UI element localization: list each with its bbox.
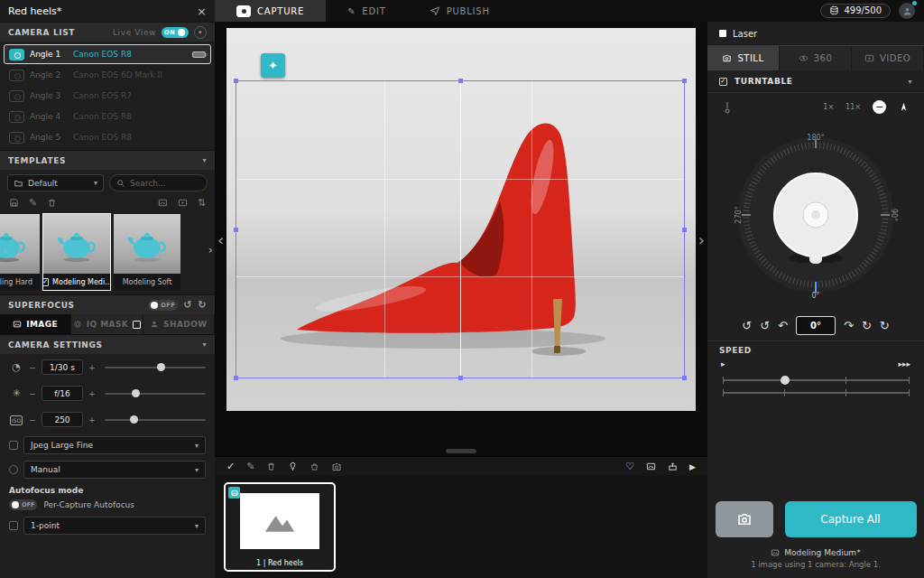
template-checkbox[interactable]: ✓ (43, 278, 49, 286)
angle-input[interactable]: 0° (796, 316, 836, 335)
crop-marquee[interactable] (236, 80, 685, 378)
camera-settings-header[interactable]: CAMERA SETTINGS ▾ (0, 334, 215, 354)
speed-slider[interactable] (723, 379, 909, 381)
sort-icon[interactable]: ⇅ (198, 197, 206, 209)
marquee-handle[interactable] (234, 376, 238, 380)
camera-row-angle-2[interactable]: Angle 2 Canon EOS 6D Mark II (4, 65, 211, 85)
acceleration-slider[interactable] (723, 392, 909, 394)
marquee-handle[interactable] (234, 228, 238, 232)
tab-video[interactable]: VIDEO (852, 46, 924, 70)
ai-enhance-badge[interactable]: ✦ (261, 53, 285, 78)
marquee-handle[interactable] (682, 79, 687, 83)
tab-360[interactable]: 360 (780, 46, 852, 70)
iso-decrease-button[interactable]: − (29, 415, 36, 424)
panel-drag-handle[interactable] (446, 449, 476, 453)
save-icon[interactable] (9, 198, 19, 208)
iso-value-field[interactable]: 250 (42, 412, 83, 427)
trash-icon[interactable] (266, 461, 276, 471)
shutter-decrease-button[interactable]: − (29, 363, 36, 372)
shutter-increase-button[interactable]: + (88, 363, 96, 372)
speed-slider-knob[interactable] (781, 376, 790, 385)
iso-slider[interactable] (105, 419, 206, 421)
play-icon[interactable]: ▶ (689, 462, 696, 471)
marquee-handle[interactable] (458, 79, 463, 83)
template-folder-select[interactable]: Default ▾ (7, 174, 104, 191)
template-search-input[interactable] (130, 179, 193, 188)
autofocus-toggle[interactable]: OFF (9, 499, 37, 510)
quality-select[interactable]: Jpeg Large Fine ▾ (23, 436, 206, 454)
capture-all-button[interactable]: Capture All (785, 501, 917, 537)
nudge-ccw-button[interactable]: ↶ (778, 319, 788, 332)
nudge-cw-button[interactable]: ↷ (844, 319, 854, 332)
play-slow-button[interactable]: ▸ (721, 359, 725, 368)
shutter-value-field[interactable]: 1/30 s (42, 359, 83, 375)
aperture-value-field[interactable]: f/16 (42, 386, 83, 401)
slider-knob[interactable] (130, 415, 138, 424)
trash-icon[interactable] (47, 198, 57, 208)
camera-row-angle-1[interactable]: Angle 1 Canon EOS R8 (4, 44, 211, 64)
close-project-button[interactable]: × (197, 5, 207, 18)
marquee-handle[interactable] (682, 228, 687, 232)
laser-pointer-icon[interactable] (722, 101, 733, 114)
template-modeling-medium[interactable]: ✓ Modeling Medi... (43, 214, 110, 290)
live-view-toggle[interactable]: ON (162, 27, 189, 38)
iq-mask-checkbox[interactable] (133, 321, 141, 329)
next-camera-arrow[interactable]: › (698, 230, 705, 249)
shutter-slider[interactable] (105, 367, 206, 368)
camera-icon[interactable] (331, 461, 342, 472)
multi-shot-icon[interactable]: 11× (845, 103, 861, 111)
play-fast-button[interactable]: ▸▸▸ (898, 359, 910, 368)
focus-points-select[interactable]: 1-point ▾ (23, 517, 206, 535)
turntable-checkbox[interactable]: ✓ (719, 78, 727, 86)
filmstrip-thumbnail-selected[interactable]: 1 | Red heels (224, 482, 336, 572)
collapse-camera-list-button[interactable]: ▾ (194, 26, 207, 39)
north-arrow-icon[interactable] (898, 101, 910, 113)
superfocus-toggle[interactable]: OFF (148, 300, 178, 311)
camera-row-angle-4[interactable]: Angle 4 Canon EOS R8 (4, 107, 211, 126)
tab-still[interactable]: STILL (707, 46, 780, 70)
marquee-handle[interactable] (458, 376, 463, 380)
rotate-to-start-button[interactable]: ↺ (742, 319, 752, 332)
marquee-handle[interactable] (234, 79, 238, 83)
image-icon[interactable] (158, 198, 168, 208)
avatar[interactable] (899, 3, 915, 19)
refresh-ccw-icon[interactable]: ↺ (183, 299, 192, 311)
carousel-next-button[interactable]: › (208, 243, 213, 256)
edit-image-icon[interactable]: ✎ (246, 461, 254, 472)
image-icon[interactable] (646, 461, 656, 471)
single-shot-icon[interactable]: 1× (823, 103, 834, 111)
previous-camera-arrow[interactable]: ‹ (217, 230, 224, 249)
slider-knob[interactable] (157, 363, 165, 371)
tab-capture[interactable]: CAPTURE (215, 0, 326, 22)
carousel-prev-button[interactable]: ‹ (2, 243, 6, 256)
tab-iq-mask[interactable]: IQ MASK (71, 314, 143, 334)
edit-template-icon[interactable]: ✎ (29, 197, 37, 209)
single-capture-button[interactable] (716, 501, 773, 537)
aperture-increase-button[interactable]: + (88, 389, 96, 398)
rotate-to-end-button[interactable]: ↻ (880, 319, 890, 332)
aperture-slider[interactable] (105, 393, 206, 395)
rotate-cw-step-button[interactable]: ↻ (862, 319, 872, 332)
pin-icon[interactable] (288, 461, 298, 471)
slider-knob[interactable] (132, 389, 140, 397)
tab-image[interactable]: IMAGE (0, 314, 71, 334)
zoom-out-icon[interactable]: − (873, 100, 886, 114)
rotate-ccw-step-button[interactable]: ↺ (760, 319, 770, 332)
camera-row-angle-5[interactable]: Angle 5 Canon EOS R8 (4, 127, 211, 147)
favorite-icon[interactable]: ♡ (625, 461, 634, 472)
template-modeling-soft[interactable]: Modeling Soft (114, 214, 180, 290)
marquee-handle[interactable] (682, 376, 687, 380)
iso-increase-button[interactable]: + (88, 415, 96, 424)
select-all-icon[interactable]: ✓ (226, 461, 235, 472)
video-icon[interactable] (178, 198, 188, 208)
tab-shadow[interactable]: SHADOW (143, 314, 215, 334)
tab-edit[interactable]: ✎ EDIT (326, 0, 407, 22)
camera-row-angle-3[interactable]: Angle 3 Canon EOS R7 (4, 86, 211, 106)
mode-select[interactable]: Manual ▾ (23, 461, 206, 479)
refresh-cw-icon[interactable]: ↻ (198, 299, 207, 311)
bag-icon[interactable] (310, 461, 319, 471)
turntable-dial[interactable]: 180° 90° 270° 0° (725, 117, 906, 312)
export-icon[interactable] (668, 461, 678, 471)
tab-publish[interactable]: PUBLISH (408, 0, 512, 22)
templates-header[interactable]: TEMPLATES ▾ (0, 150, 215, 170)
